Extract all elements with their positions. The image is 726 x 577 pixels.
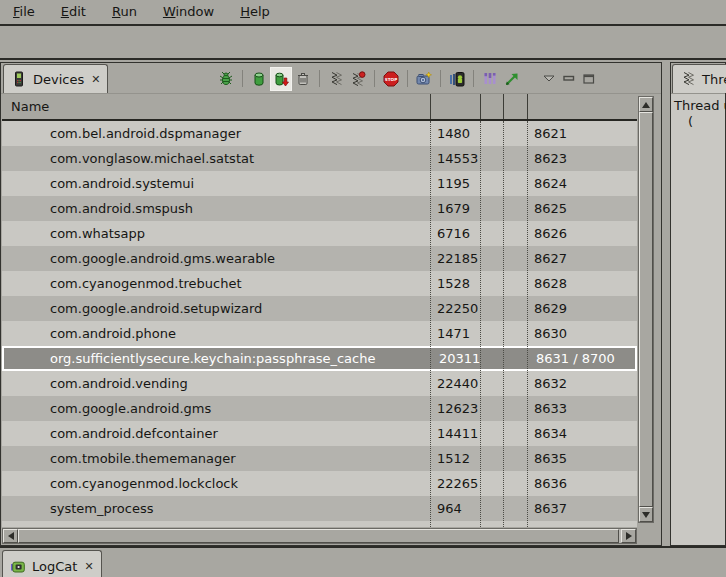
toolbar-separator (242, 70, 243, 87)
update-threads-icon[interactable] (325, 67, 347, 91)
empty-cell (503, 246, 527, 271)
process-name: com.cyanogenmod.trebuchet (2, 271, 430, 296)
threads-icon (680, 71, 696, 87)
table-row[interactable]: com.android.smspush 1679 8625 (2, 196, 637, 221)
scroll-down-button[interactable] (639, 507, 653, 522)
process-name: com.tmobile.thememanager (2, 446, 430, 471)
maximize-icon[interactable] (579, 67, 599, 91)
process-name: com.bel.android.dspmanager (2, 121, 430, 146)
empty-cell (480, 471, 503, 496)
devices-toolbar: STOP (215, 64, 599, 93)
update-heap-icon[interactable] (248, 67, 270, 91)
menu-help[interactable]: Help (227, 0, 283, 24)
process-name: com.vonglasow.michael.satstat (2, 146, 430, 171)
menu-edit-mnemonic: E (61, 4, 69, 19)
process-name: com.whatsapp (2, 221, 430, 246)
table-row[interactable]: com.google.android.gms.wearable 22185 86… (2, 246, 637, 271)
table-row[interactable]: com.cyanogenmod.lockclock 22265 8636 (2, 471, 637, 496)
devices-view-panel: Devices ✕ (0, 62, 662, 546)
process-pid: 1195 (430, 171, 480, 196)
process-pid: 22185 (430, 246, 480, 271)
view-menu-icon[interactable] (539, 67, 559, 91)
empty-cell (503, 371, 527, 396)
menu-edit[interactable]: Edit (48, 0, 99, 24)
down-arrow-icon (642, 512, 650, 518)
start-method-profiling-icon[interactable] (347, 67, 369, 91)
table-row[interactable]: system_process 964 8637 (2, 496, 637, 521)
process-pid: 1471 (430, 321, 480, 346)
table-row[interactable]: com.whatsapp 6716 8626 (2, 221, 637, 246)
vertical-scrollbar[interactable] (638, 96, 654, 523)
process-name: com.android.vending (2, 371, 430, 396)
tab-devices[interactable]: Devices ✕ (3, 64, 108, 93)
process-name: com.android.smspush (2, 196, 430, 221)
menu-bar: File Edit Run Window Help (0, 0, 726, 26)
process-port: 8629 (527, 296, 637, 321)
empty-cell (480, 396, 503, 421)
table-row[interactable]: com.google.android.gms 12623 8633 (2, 396, 637, 421)
process-pid: 12623 (430, 396, 480, 421)
menu-window-mnemonic: W (163, 4, 176, 19)
scroll-right-button[interactable] (621, 529, 636, 543)
process-pid: 1528 (430, 271, 480, 296)
threads-message-line2: ( (688, 114, 693, 129)
right-arrow-icon (626, 532, 632, 540)
table-row[interactable]: com.google.android.setupwizard 22250 862… (2, 296, 637, 321)
left-arrow-icon (8, 532, 14, 540)
device-screens-icon[interactable] (446, 67, 468, 91)
tab-devices-close-icon[interactable]: ✕ (91, 74, 100, 85)
horizontal-scrollbar[interactable] (2, 528, 637, 544)
empty-cell (503, 271, 527, 296)
threads-message-line1: Thread up (674, 98, 726, 113)
process-name: com.android.phone (2, 321, 430, 346)
table-row[interactable]: com.android.phone 1471 8630 (2, 321, 637, 346)
svg-text:STOP: STOP (385, 76, 398, 81)
process-port: 8633 (527, 396, 637, 421)
empty-cell (503, 171, 527, 196)
process-port: 8634 (527, 421, 637, 446)
cause-gc-icon[interactable] (292, 67, 314, 91)
sysinfo-bars-icon[interactable] (479, 67, 501, 91)
empty-cell (503, 446, 527, 471)
dump-hprof-icon[interactable] (270, 67, 292, 91)
tab-devices-label: Devices (33, 72, 84, 87)
menu-run[interactable]: Run (99, 0, 150, 24)
threads-tabbar: Threads (671, 63, 725, 94)
tab-logcat[interactable]: LogCat ✕ (2, 550, 102, 577)
minimize-icon[interactable] (559, 67, 579, 91)
menu-file[interactable]: File (0, 0, 48, 24)
table-row[interactable]: com.android.vending 22440 8632 (2, 371, 637, 396)
workbench-area: Devices ✕ (0, 62, 726, 546)
process-port: 8627 (527, 246, 637, 271)
scroll-left-button[interactable] (3, 529, 18, 543)
process-port: 8624 (527, 171, 637, 196)
table-row[interactable]: com.android.defcontainer 14411 8634 (2, 421, 637, 446)
scroll-up-button[interactable] (639, 97, 653, 112)
horizontal-scrollbar-thumb[interactable] (18, 529, 619, 543)
empty-cell (503, 421, 527, 446)
process-name: com.google.android.gms.wearable (2, 246, 430, 271)
table-row[interactable]: com.cyanogenmod.trebuchet 1528 8628 (2, 271, 637, 296)
process-pid: 22250 (430, 296, 480, 321)
debug-process-icon[interactable] (215, 67, 237, 91)
vertical-scrollbar-thumb[interactable] (639, 112, 653, 507)
empty-cell (480, 296, 503, 321)
table-row[interactable]: com.tmobile.thememanager 1512 8635 (2, 446, 637, 471)
process-port: 8621 (527, 121, 637, 146)
tab-logcat-close-icon[interactable]: ✕ (84, 561, 93, 572)
table-row[interactable]: org.sufficientlysecure.keychain:passphra… (2, 346, 637, 371)
process-port: 8630 (527, 321, 637, 346)
menu-window[interactable]: Window (150, 0, 227, 24)
process-port: 8637 (527, 496, 637, 521)
green-arrow-icon[interactable] (501, 67, 523, 91)
table-header[interactable]: Name (2, 94, 637, 121)
menu-help-rest: elp (250, 4, 270, 19)
screen-capture-icon[interactable] (413, 67, 435, 91)
table-row[interactable]: com.bel.android.dspmanager 1480 8621 (2, 121, 637, 146)
tab-threads[interactable]: Threads (672, 64, 726, 93)
process-port: 8628 (527, 271, 637, 296)
stop-process-icon[interactable]: STOP (380, 67, 402, 91)
table-row[interactable]: com.vonglasow.michael.satstat 14553 8623 (2, 146, 637, 171)
table-row[interactable]: com.android.systemui 1195 8624 (2, 171, 637, 196)
main-toolbar-empty (0, 28, 726, 60)
